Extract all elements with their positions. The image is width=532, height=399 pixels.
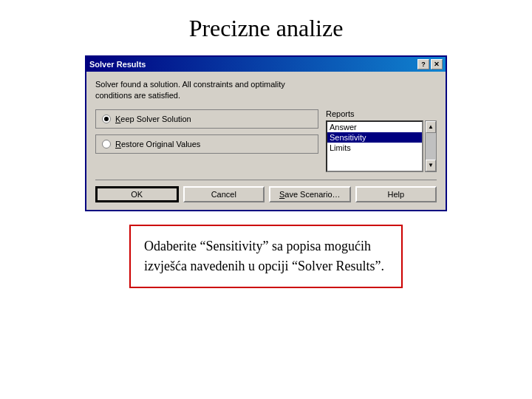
report-item-answer[interactable]: Answer <box>327 122 422 132</box>
reports-section: Reports Answer Sensitivity Limits ▲ ▼ <box>326 109 437 172</box>
dialog-message: Solver found a solution. All constraints… <box>95 79 437 102</box>
keep-solver-label: Keep Solver Solution <box>115 115 191 123</box>
reports-scrollbar[interactable]: ▲ ▼ <box>425 120 437 172</box>
restore-original-radio-box[interactable]: Restore Original Values <box>95 134 318 154</box>
restore-original-label: Restore Original Values <box>115 140 200 149</box>
save-scenario-button[interactable]: Save Scenario… <box>269 186 351 202</box>
radio-section: Keep Solver Solution Restore Original Va… <box>95 109 318 172</box>
keep-solver-radio-box[interactable]: Keep Solver Solution <box>95 109 318 129</box>
restore-original-radio[interactable] <box>102 140 111 149</box>
annotation-box: Odaberite “Sensitivity” sa popisa mogući… <box>129 225 403 288</box>
dialog-body: Solver found a solution. All constraints… <box>86 72 446 210</box>
scroll-down-button[interactable]: ▼ <box>426 160 436 171</box>
reports-list-container: Answer Sensitivity Limits ▲ ▼ <box>326 120 437 172</box>
dialog-area: Solver Results ? ✕ Solver found a soluti… <box>0 55 532 211</box>
reports-label: Reports <box>326 109 437 118</box>
solver-results-dialog: Solver Results ? ✕ Solver found a soluti… <box>85 55 447 211</box>
page-title: Precizne analize <box>0 0 532 55</box>
scroll-up-button[interactable]: ▲ <box>426 121 436 133</box>
help-titlebar-button[interactable]: ? <box>417 59 429 69</box>
keep-solver-radio[interactable] <box>102 115 111 123</box>
dialog-titlebar: Solver Results ? ✕ <box>86 57 446 72</box>
dialog-buttons: OK Cancel Save Scenario… Help <box>95 186 437 202</box>
report-item-limits[interactable]: Limits <box>327 143 422 153</box>
help-button[interactable]: Help <box>355 186 437 202</box>
reports-list[interactable]: Answer Sensitivity Limits <box>326 120 423 172</box>
dialog-content: Keep Solver Solution Restore Original Va… <box>95 109 437 172</box>
annotation-text: Odaberite “Sensitivity” sa popisa mogući… <box>144 239 384 273</box>
close-titlebar-button[interactable]: ✕ <box>431 59 443 69</box>
report-item-sensitivity[interactable]: Sensitivity <box>327 132 422 143</box>
cancel-button[interactable]: Cancel <box>183 186 265 202</box>
titlebar-buttons: ? ✕ <box>417 59 443 69</box>
dialog-separator <box>95 180 437 180</box>
scroll-track <box>426 133 436 160</box>
dialog-title: Solver Results <box>89 60 146 69</box>
ok-button[interactable]: OK <box>95 186 179 202</box>
